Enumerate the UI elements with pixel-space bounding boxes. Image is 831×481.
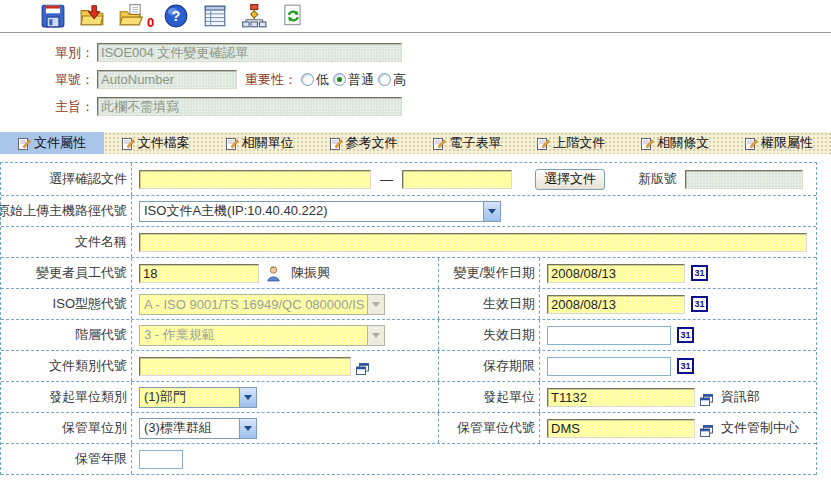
doc-category-field: [132, 351, 438, 381]
form-header: 單別： 單號： 重要性： 低 普通 高 主旨：: [0, 33, 831, 122]
doc-attributes-form: 選擇確認文件 — 選擇文件 新版號 原始上傳主機路徑代號 ISO文件A主機(IP…: [0, 162, 817, 475]
lookup-window-icon[interactable]: [356, 363, 369, 375]
help-icon[interactable]: ?: [163, 3, 189, 29]
save-icon[interactable]: [40, 3, 66, 29]
calendar-icon[interactable]: 31: [691, 296, 708, 312]
doc-name-input[interactable]: [139, 233, 807, 252]
calendar-icon[interactable]: 31: [691, 265, 708, 281]
changer-input[interactable]: [139, 264, 259, 283]
detail-list-icon[interactable]: [202, 3, 228, 29]
new-version-input: [685, 170, 803, 189]
edit-tab-icon: [330, 137, 343, 150]
upload-host-selected: ISO文件A主機(IP:10.40.40.222): [140, 202, 483, 220]
edit-tab-icon: [18, 137, 31, 150]
importance-option-low[interactable]: 低: [301, 71, 329, 89]
edit-tab-icon: [122, 137, 135, 150]
chevron-down-icon[interactable]: [239, 419, 256, 438]
orig-unit-type-selected: (1)部門: [140, 388, 239, 406]
row-select-doc: 選擇確認文件 — 選擇文件 新版號: [1, 163, 816, 196]
radio-normal-circle[interactable]: [333, 73, 346, 86]
calendar-icon[interactable]: 31: [677, 358, 694, 374]
change-date-input[interactable]: [547, 264, 685, 283]
level-field: 3 - 作業規範: [132, 320, 438, 350]
lookup-window-icon[interactable]: [700, 425, 713, 437]
chevron-down-icon[interactable]: [239, 388, 256, 407]
keep-unit-input[interactable]: [547, 419, 695, 438]
subject-row: 主旨：: [0, 93, 831, 120]
select-doc-fields: — 選擇文件 新版號: [132, 163, 816, 195]
iso-type-selected: A - ISO 9001/TS 16949/QC 080000/IS: [140, 297, 367, 312]
orig-unit-name: 資訊部: [721, 388, 760, 406]
change-date-label: 變更/製作日期: [438, 258, 540, 288]
keep-unit-type-selected: (3)標準群組: [140, 419, 239, 437]
upload-host-select[interactable]: ISO文件A主機(IP:10.40.40.222): [139, 201, 501, 222]
effective-date-field: 31: [540, 289, 816, 319]
calendar-icon[interactable]: 31: [677, 327, 694, 343]
upload-host-field: ISO文件A主機(IP:10.40.40.222): [132, 196, 816, 226]
tab-parent-docs[interactable]: 上階文件: [519, 132, 623, 154]
tab-label: 上階文件: [553, 134, 605, 152]
doc-category-input[interactable]: [139, 357, 351, 376]
iso-type-select: A - ISO 9001/TS 16949/QC 080000/IS: [139, 294, 385, 315]
tab-label: 相關條文: [657, 134, 709, 152]
iso-type-label: ISO型態代號: [1, 289, 132, 319]
orig-unit-label: 發起單位: [438, 382, 540, 412]
select-doc-to-input[interactable]: [402, 170, 512, 189]
importance-option-high[interactable]: 高: [378, 71, 406, 89]
change-date-field: 31: [540, 258, 816, 288]
refresh-icon[interactable]: [280, 3, 306, 29]
radio-normal-label: 普通: [348, 71, 374, 89]
subject-label: 主旨：: [0, 98, 97, 116]
keep-years-label: 保管年限: [1, 444, 132, 474]
tab-label: 文件檔案: [138, 134, 190, 152]
orig-unit-type-label: 發起單位類別: [1, 382, 132, 412]
keep-years-input[interactable]: [139, 450, 183, 469]
keep-unit-field: 文件管制中心: [540, 413, 816, 443]
expire-date-input[interactable]: [547, 326, 671, 345]
checkin-folder-icon[interactable]: [79, 3, 105, 29]
radio-high-label: 高: [393, 71, 406, 89]
keep-unit-type-label: 保管單位別: [1, 413, 132, 443]
flow-chart-icon[interactable]: [241, 3, 267, 29]
select-doc-button[interactable]: 選擇文件: [535, 169, 605, 190]
tab-reference-docs[interactable]: 參考文件: [312, 132, 416, 154]
changer-label: 變更者員工代號: [1, 258, 132, 288]
svg-text:?: ?: [172, 8, 181, 24]
orig-unit-input[interactable]: [547, 388, 695, 407]
orig-unit-field: 資訊部: [540, 382, 816, 412]
doc-name-field: [132, 227, 816, 257]
keep-unit-type-field: (3)標準群組: [132, 413, 438, 443]
new-version-label: 新版號: [638, 170, 677, 188]
effective-date-label: 生效日期: [438, 289, 540, 319]
importance-radio-group: 重要性： 低 普通 高: [245, 71, 410, 89]
row-iso-type: ISO型態代號 A - ISO 9001/TS 16949/QC 080000/…: [1, 289, 816, 320]
tab-doc-files[interactable]: 文件檔案: [104, 132, 208, 154]
doc-category-label: 文件類別代號: [1, 351, 132, 381]
form-type-input: [97, 43, 402, 62]
edit-tab-icon: [745, 137, 758, 150]
chevron-down-icon[interactable]: [483, 202, 500, 221]
radio-high-circle[interactable]: [378, 73, 391, 86]
keep-years-field: [132, 444, 816, 474]
doc-name-label: 文件名稱: [1, 227, 132, 257]
importance-label: 重要性：: [245, 71, 297, 89]
tab-related-clauses[interactable]: 相關條文: [623, 132, 727, 154]
retention-input[interactable]: [547, 357, 671, 376]
form-type-label: 單別：: [0, 44, 97, 62]
row-orig-unit-type: 發起單位類別 (1)部門 發起單位 資訊部: [1, 382, 816, 413]
select-doc-from-input[interactable]: [139, 170, 371, 189]
row-changer: 變更者員工代號 陳振興 變更/製作日期 31: [1, 258, 816, 289]
effective-date-input[interactable]: [547, 295, 685, 314]
orig-unit-type-select[interactable]: (1)部門: [139, 387, 257, 408]
tab-related-units[interactable]: 相關單位: [208, 132, 312, 154]
tab-electronic-form[interactable]: 電子表單: [416, 132, 520, 154]
toolbar: 0 ?: [0, 0, 831, 33]
tab-permission-attributes[interactable]: 權限屬性: [727, 132, 831, 154]
open-folder-icon[interactable]: [118, 3, 144, 29]
keep-unit-type-select[interactable]: (3)標準群組: [139, 418, 257, 439]
importance-option-normal[interactable]: 普通: [333, 71, 374, 89]
tab-label: 參考文件: [346, 134, 398, 152]
lookup-window-icon[interactable]: [700, 394, 713, 406]
radio-low-circle[interactable]: [301, 73, 314, 86]
tab-doc-attributes[interactable]: 文件屬性: [0, 132, 104, 154]
